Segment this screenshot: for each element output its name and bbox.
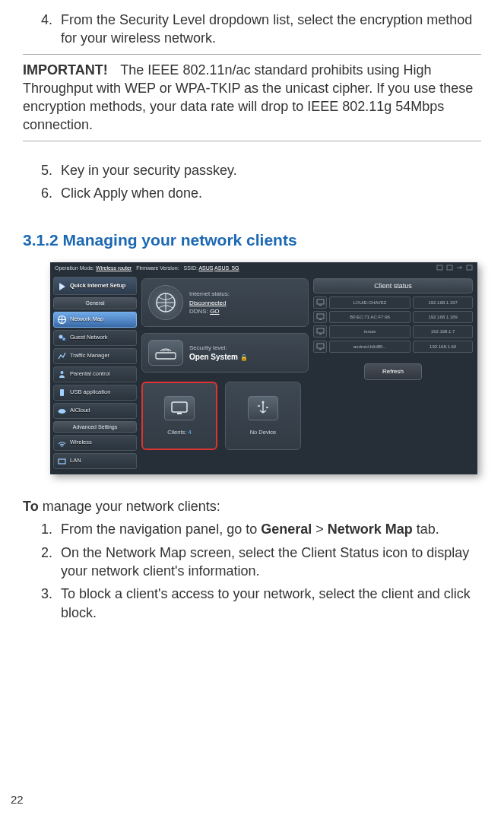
step-4: 4. From the Security Level dropdown list… [41,11,481,48]
page-number: 22 [11,792,24,807]
client-icon [313,296,327,309]
sidebar-item-guest-network[interactable]: Guest Network [53,330,137,346]
ssid-2[interactable]: ASUS_5G [214,265,239,271]
client-status-title: Client status [313,278,473,293]
internet-status-label: Internet status: [189,290,230,298]
usb-icon[interactable] [456,265,463,271]
client-ip: 192.168.1.197 [413,296,473,309]
step-6-text: Click Apply when done. [61,184,481,202]
clients-label: Clients: [167,429,186,436]
sidebar-item-label: Wireless [70,439,92,446]
internet-status-card[interactable]: Internet status: Disconnected DDNS: GO [141,278,309,327]
step-b2-number: 2. [41,544,61,581]
intro-line: To manage your network clients: [23,497,481,515]
section-heading: 3.1.2 Managing your network clients [23,230,481,251]
svg-rect-17 [317,300,324,304]
svg-rect-13 [156,353,176,359]
sidebar-quick-setup[interactable]: Quick Internet Setup [53,277,137,295]
sidebar-item-aicloud[interactable]: AiCloud [53,403,137,419]
sidebar-item-parental-control[interactable]: Parental control [53,366,137,382]
sidebar-item-label: AiCloud [70,407,90,414]
step-b1-text: From the navigation panel, go to General… [61,520,481,538]
usb-app-icon [57,388,67,398]
network-map-icon [57,315,67,325]
clients-count: 4 [188,429,191,436]
sidebar-item-wireless[interactable]: Wireless [53,435,137,451]
globe-icon [148,285,183,320]
clients-card[interactable]: Clients: 4 [141,382,217,450]
parental-control-icon [57,369,67,379]
client-ip: 192.168.1.7 [413,325,473,338]
svg-rect-19 [317,314,324,319]
step-4-number: 4. [41,11,61,48]
sidebar-item-label: USB application [70,388,110,396]
ddns-label: DDNS: [189,308,208,315]
wireless-icon [57,438,67,448]
client-icon [313,325,327,338]
ssid-label: SSID: [184,265,198,271]
svg-rect-23 [317,344,324,348]
topbar-icon-2[interactable] [446,265,453,271]
svg-point-9 [59,409,66,414]
monitor-icon [164,396,195,420]
svg-rect-14 [172,402,187,412]
client-icon [313,311,327,323]
lan-icon [57,456,67,466]
svg-marker-3 [59,283,65,290]
client-name: B0:EC:71:AC:F7:96 [329,311,410,323]
client-status-panel: Client status LOUIE-CHAVEZ 192.168.1.197… [313,278,473,470]
guest-network-icon [57,333,67,343]
step-b2: 2. On the Network Map screen, select the… [41,544,481,581]
sidebar-item-label: Parental control [70,370,110,378]
client-ip: 192.168.1.60 [413,341,473,353]
step-b1: 1. From the navigation panel, go to Gene… [41,520,481,538]
client-row[interactable]: tsnow 192.168.1.7 [313,325,473,338]
sidebar-advanced-header: Advanced Settings [53,421,137,433]
client-icon [313,341,327,353]
svg-point-7 [61,371,64,374]
usb-device-icon [248,396,278,420]
important-label: IMPORTANT! [23,62,108,78]
step-b3-text: To block a client's access to your netwo… [61,585,481,622]
sidebar-item-label: Traffic Manager [70,352,109,360]
router-screenshot: Operation Mode: Wireless router Firmware… [50,262,477,474]
sidebar-item-label: Network Map [70,315,103,323]
svg-rect-2 [467,265,472,270]
step-b1-number: 1. [41,520,61,538]
svg-point-10 [62,445,63,447]
sidebar: Quick Internet Setup General Network Map… [50,274,140,474]
svg-rect-18 [319,305,322,306]
ddns-go-link[interactable]: GO [210,308,219,315]
step-b2-text: On the Network Map screen, select the Cl… [61,544,481,581]
opmode-value[interactable]: Wireless router [96,265,132,271]
step-6-number: 6. [41,184,61,202]
usb-device-card[interactable]: No Device [225,382,301,450]
svg-rect-8 [60,389,64,396]
fw-label: Firmware Version: [136,265,179,271]
step-4-text: From the Security Level dropdown list, s… [61,11,481,48]
svg-rect-15 [177,413,182,414]
internet-status-value: Disconnected [189,299,230,307]
client-row[interactable]: LOUIE-CHAVEZ 192.168.1.197 [313,296,473,309]
sidebar-item-usb-application[interactable]: USB application [53,385,137,401]
quick-setup-icon [57,281,67,291]
topbar-icon-4[interactable] [466,265,473,271]
client-ip: 192.168.1.189 [413,311,473,323]
router-topbar: Operation Mode: Wireless router Firmware… [50,262,477,274]
ssid-1[interactable]: ASUS [198,265,213,271]
general-bold: General [261,522,312,537]
client-row[interactable]: B0:EC:71:AC:F7:96 192.168.1.189 [313,311,473,323]
refresh-button[interactable]: Refresh [364,363,422,381]
sidebar-item-lan[interactable]: LAN [53,453,137,469]
sidebar-item-network-map[interactable]: Network Map [53,312,137,328]
sidebar-item-label: LAN [70,457,81,464]
step-6: 6. Click Apply when done. [41,184,481,202]
svg-rect-22 [319,334,322,334]
security-level-card[interactable]: Security level: Open System 🔓 [141,333,309,373]
svg-point-16 [262,401,265,403]
svg-rect-1 [447,265,452,270]
topbar-icon-1[interactable] [436,265,443,271]
svg-point-6 [62,338,65,341]
sidebar-item-traffic-manager[interactable]: Traffic Manager [53,348,137,364]
client-row[interactable]: android-b9d80... 192.168.1.60 [313,341,473,353]
